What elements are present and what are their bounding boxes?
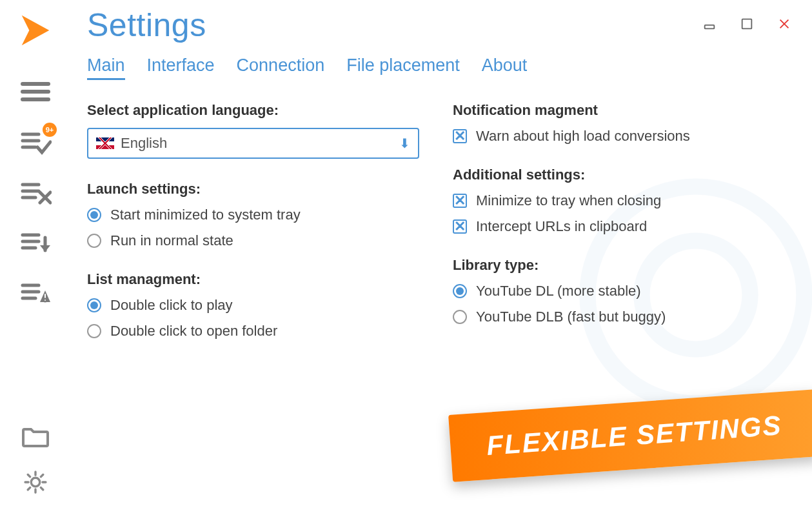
option-label: YouTube DLB (fast but buggy) <box>476 309 666 325</box>
sidebar-download-icon[interactable] <box>18 229 53 257</box>
tab-file-placement[interactable]: File placement <box>346 56 460 80</box>
option-label: Run in normal state <box>110 232 233 249</box>
gear-icon[interactable] <box>18 468 53 496</box>
radio-run-normal[interactable]: Run in normal state <box>87 232 427 249</box>
right-column: Notification magment ✕ Warn about high l… <box>453 102 793 361</box>
sidebar-badge: 9+ <box>43 123 57 137</box>
list-management-label: List managment: <box>87 271 427 288</box>
option-label: Double click to play <box>110 297 233 314</box>
radio-icon <box>87 324 101 338</box>
uk-flag-icon <box>96 137 114 149</box>
language-select[interactable]: English ⬇ <box>87 128 419 159</box>
language-value: English <box>121 135 167 152</box>
svg-point-25 <box>31 478 39 486</box>
radio-icon <box>87 298 101 312</box>
option-label: Intercept URLs in clipboard <box>476 218 647 235</box>
svg-marker-4 <box>22 15 50 45</box>
left-column: Select application language: English ⬇ L… <box>87 102 427 361</box>
sidebar-remove-icon[interactable] <box>18 178 53 207</box>
app-logo <box>17 12 54 49</box>
tab-main[interactable]: Main <box>87 56 125 80</box>
radio-icon <box>453 284 467 298</box>
page-title: Settings <box>87 6 793 44</box>
dropdown-arrow-icon: ⬇ <box>399 136 410 151</box>
checkbox-icon: ✕ <box>453 194 467 208</box>
sidebar-done-icon[interactable]: 9+ <box>18 128 53 156</box>
sidebar-menu-icon[interactable] <box>18 77 53 106</box>
option-label: Start minimized to system tray <box>110 207 301 223</box>
tabs: Main Interface Connection File placement… <box>87 56 793 80</box>
option-label: Minimize to tray when closing <box>476 192 661 209</box>
radio-dblclick-open-folder[interactable]: Double click to open folder <box>87 323 427 340</box>
radio-dblclick-play[interactable]: Double click to play <box>87 297 427 314</box>
checkbox-icon: ✕ <box>453 219 467 234</box>
checkbox-minimize-tray[interactable]: ✕ Minimize to tray when closing <box>453 192 793 209</box>
option-label: Warn about high load conversions <box>476 128 690 145</box>
additional-settings-label: Additional settings: <box>453 167 793 183</box>
radio-youtube-dl[interactable]: YouTube DL (more stable) <box>453 283 793 300</box>
library-type-label: Library type: <box>453 257 793 274</box>
launch-label: Launch settings: <box>87 181 427 198</box>
checkbox-intercept-urls[interactable]: ✕ Intercept URLs in clipboard <box>453 218 793 235</box>
sidebar: 9+ <box>0 0 71 508</box>
radio-youtube-dlb[interactable]: YouTube DLB (fast but buggy) <box>453 309 793 325</box>
radio-icon <box>87 234 101 248</box>
radio-icon <box>453 310 467 324</box>
tab-connection[interactable]: Connection <box>237 56 325 80</box>
radio-icon <box>87 208 101 222</box>
option-label: YouTube DL (more stable) <box>476 283 641 300</box>
folder-icon[interactable] <box>18 422 53 450</box>
sidebar-warning-icon[interactable] <box>18 279 53 307</box>
language-label: Select application language: <box>87 102 427 119</box>
tab-about[interactable]: About <box>482 56 528 80</box>
svg-point-24 <box>45 300 46 301</box>
notification-label: Notification magment <box>453 102 793 119</box>
radio-start-minimized[interactable]: Start minimized to system tray <box>87 207 427 223</box>
tab-interface[interactable]: Interface <box>147 56 215 80</box>
checkbox-icon: ✕ <box>453 129 467 143</box>
checkbox-warn-high-load[interactable]: ✕ Warn about high load conversions <box>453 128 793 145</box>
option-label: Double click to open folder <box>110 323 277 340</box>
